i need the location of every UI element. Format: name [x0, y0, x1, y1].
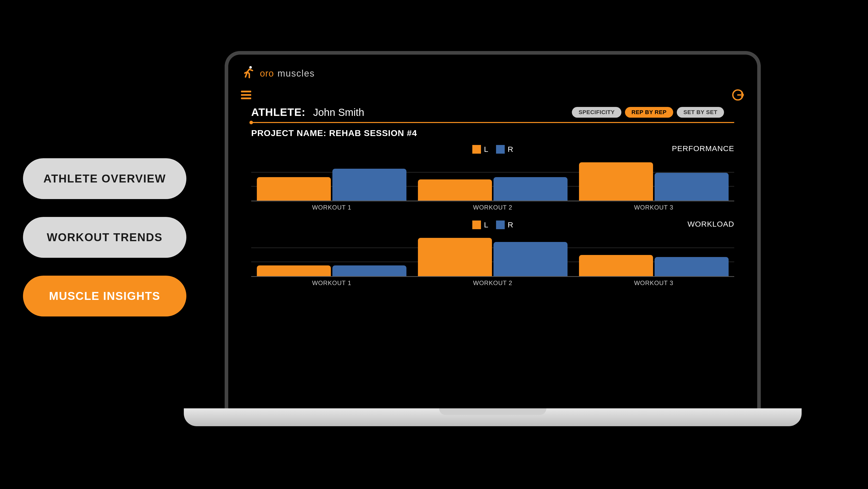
chart-workload: L R WORKLOAD WORKOUT 1WORKOUT 2WORKOUT 3	[251, 219, 734, 287]
feature-nav: ATHLETE OVERVIEW WORKOUT TRENDS MUSCLE I…	[23, 158, 186, 317]
xlabel: WORKOUT 2	[412, 204, 574, 211]
workout-group	[412, 158, 574, 201]
legend: L R	[472, 145, 513, 154]
legend-R: R	[508, 221, 514, 229]
xlabel: WORKOUT 1	[251, 204, 412, 211]
bar-R	[494, 242, 567, 276]
bar-L	[579, 255, 653, 276]
project-name: PROJECT NAME: REHAB SESSION #4	[251, 128, 744, 138]
bar-L	[257, 177, 331, 201]
logout-icon[interactable]	[731, 88, 744, 103]
tab-specificity[interactable]: SPECIFICITY	[572, 107, 621, 118]
bar-L	[418, 180, 492, 201]
svg-rect-2	[241, 94, 251, 96]
xlabel: WORKOUT 1	[251, 280, 412, 287]
menu-icon[interactable]	[241, 90, 251, 101]
svg-point-0	[249, 66, 252, 69]
brand-logo: oromuscles	[241, 65, 744, 82]
chart-title-workload: WORKLOAD	[687, 220, 734, 228]
nav-muscle-insights[interactable]: MUSCLE INSIGHTS	[23, 275, 186, 317]
toolbar	[241, 88, 744, 103]
workout-group	[251, 158, 412, 201]
chart-title-performance: PERFORMANCE	[672, 144, 734, 153]
bar-R	[655, 257, 728, 276]
legend-R: R	[508, 145, 514, 154]
legend-L: L	[484, 145, 488, 154]
brand-muscles: muscles	[278, 68, 315, 79]
legend-swatch-R	[496, 145, 505, 154]
performance-plot	[251, 158, 734, 201]
workload-plot	[251, 233, 734, 277]
legend-swatch-L	[472, 145, 481, 154]
athlete-row: ATHLETE: John Smith SPECIFICITY REP BY R…	[251, 106, 744, 119]
tab-set-by-set[interactable]: SET BY SET	[677, 107, 724, 118]
athlete-name: John Smith	[313, 107, 364, 118]
workload-xlabels: WORKOUT 1WORKOUT 2WORKOUT 3	[251, 280, 734, 287]
bar-L	[257, 265, 331, 276]
svg-rect-3	[241, 97, 251, 99]
legend: L R	[472, 221, 513, 229]
svg-rect-1	[241, 91, 251, 92]
laptop-screen: oromuscles ATHLETE: John Smith SPECIFICI…	[225, 51, 761, 409]
view-tabs: SPECIFICITY REP BY REP SET BY SET	[572, 107, 724, 118]
workout-group	[573, 233, 734, 276]
bar-L	[418, 238, 492, 276]
bar-R	[655, 173, 728, 201]
workout-group	[573, 158, 734, 201]
xlabel: WORKOUT 3	[573, 280, 734, 287]
xlabel: WORKOUT 2	[412, 280, 574, 287]
bar-R	[494, 177, 567, 201]
legend-swatch-L	[472, 221, 481, 229]
workout-group	[412, 233, 574, 276]
performance-xlabels: WORKOUT 1WORKOUT 2WORKOUT 3	[251, 204, 734, 211]
nav-athlete-overview[interactable]: ATHLETE OVERVIEW	[23, 158, 186, 199]
athlete-label: ATHLETE:	[251, 106, 306, 119]
xlabel: WORKOUT 3	[573, 204, 734, 211]
workout-group	[251, 233, 412, 276]
brand-oro: oro	[260, 68, 274, 79]
chart-performance: L R PERFORMANCE WORKOUT 1WORKOUT 2WORKOU…	[251, 143, 734, 211]
bar-R	[332, 265, 406, 276]
nav-workout-trends[interactable]: WORKOUT TRENDS	[23, 217, 186, 258]
legend-L: L	[484, 221, 488, 229]
divider	[251, 122, 734, 123]
tab-rep-by-rep[interactable]: REP BY REP	[625, 107, 673, 118]
bar-R	[332, 169, 406, 201]
bar-L	[579, 162, 653, 201]
laptop-base	[184, 409, 802, 426]
runner-icon	[241, 65, 256, 82]
legend-swatch-R	[496, 221, 505, 229]
laptop-mock: oromuscles ATHLETE: John Smith SPECIFICI…	[225, 51, 761, 426]
